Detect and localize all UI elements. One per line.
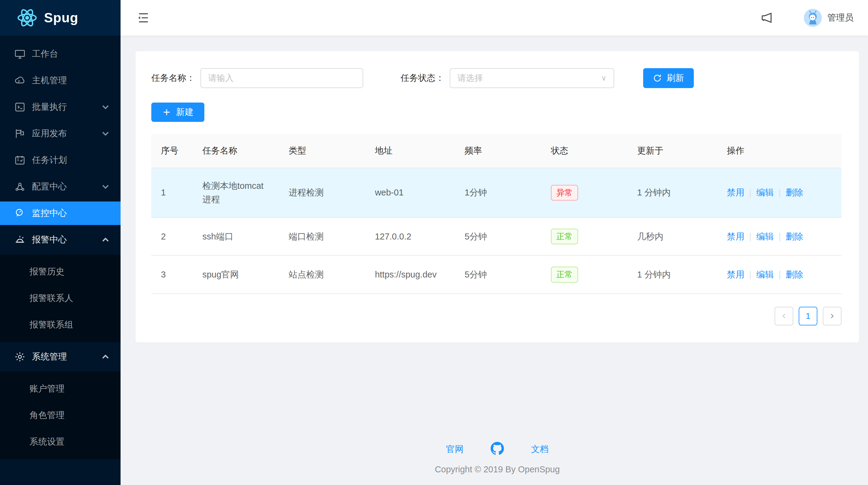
col-header-type[interactable]: 类型 [279, 134, 365, 168]
sidebar-item-label: 报警中心 [32, 234, 93, 246]
sidebar-item-label: 主机管理 [32, 75, 111, 87]
sidebar-item-label: 监控中心 [32, 207, 111, 219]
cell-updated: 1 分钟内 [627, 168, 717, 218]
col-header-address[interactable]: 地址 [365, 134, 455, 168]
chevron-down-icon [100, 102, 111, 113]
delete-link[interactable]: 删除 [786, 269, 803, 279]
table-row[interactable]: 1 检测本地tomcat进程 进程检测 web-01 1分钟 异常 1 分钟内 … [151, 168, 841, 218]
disable-link[interactable]: 禁用 [727, 188, 744, 197]
sidebar-item-label: 系统管理 [32, 351, 93, 363]
task-status-select[interactable]: 请选择 ∨ [450, 68, 614, 88]
github-link[interactable] [491, 442, 504, 457]
disable-link[interactable]: 禁用 [727, 232, 744, 241]
col-header-status[interactable]: 状态 [541, 134, 627, 168]
sidebar-item-system-management[interactable]: 系统管理 [0, 345, 121, 369]
col-header-seq[interactable]: 序号 [151, 134, 193, 168]
app-title: Spug [44, 10, 79, 25]
col-header-name[interactable]: 任务名称 [193, 134, 279, 168]
cell-type: 进程检测 [279, 168, 365, 218]
chevron-right-icon [828, 312, 836, 320]
desktop-icon [14, 49, 25, 59]
main-area: 管理员 任务名称： 任务状态： 请选择 ∨ 刷新 新建 [121, 0, 868, 485]
sidebar-item-alarm-contacts[interactable]: 报警联系人 [0, 287, 121, 310]
sidebar-item-alarm-groups[interactable]: 报警联系组 [0, 313, 121, 337]
action-separator: | [778, 188, 781, 197]
cell-seq: 2 [151, 218, 193, 256]
alert-icon [14, 234, 25, 245]
docs-link[interactable]: 文档 [531, 444, 549, 455]
select-chevron-down-icon: ∨ [601, 74, 607, 82]
action-separator: | [749, 269, 752, 279]
task-name-input[interactable] [200, 68, 363, 88]
sidebar-item-label: 配置中心 [32, 181, 93, 193]
cell-address: https://spug.dev [365, 255, 455, 294]
copyright-text: Copyright © 2019 By OpenSpug [135, 464, 859, 475]
sidebar-item-system-settings[interactable]: 系统设置 [0, 430, 121, 454]
delete-link[interactable]: 删除 [786, 232, 803, 241]
sidebar-item-alarm-center[interactable]: 报警中心 [0, 228, 121, 252]
official-site-link[interactable]: 官网 [446, 444, 464, 455]
edit-link[interactable]: 编辑 [756, 232, 774, 241]
submenu-item-label: 报警历史 [30, 266, 64, 278]
footer-links: 官网 文档 [135, 442, 859, 457]
table-row[interactable]: 3 spug官网 站点检测 https://spug.dev 5分钟 正常 1 … [151, 255, 841, 294]
alarm-center-submenu: 报警历史 报警联系人 报警联系组 [0, 255, 121, 342]
sidebar-item-alarm-history[interactable]: 报警历史 [0, 260, 121, 284]
reload-icon [653, 74, 662, 83]
task-status-label: 任务状态： [401, 72, 444, 84]
table-header-row: 序号 任务名称 类型 地址 频率 状态 更新于 操作 [151, 134, 841, 168]
cell-type: 端口检测 [279, 218, 365, 256]
task-status-placeholder: 请选择 [458, 73, 483, 84]
status-badge: 正常 [551, 229, 578, 245]
col-header-frequency[interactable]: 频率 [455, 134, 541, 168]
pagination-next-button[interactable] [823, 307, 841, 325]
sidebar-item-label: 任务计划 [32, 154, 111, 166]
status-badge: 正常 [551, 267, 578, 283]
cell-updated: 1 分钟内 [627, 255, 717, 294]
col-header-actions[interactable]: 操作 [717, 134, 841, 168]
chevron-up-icon [100, 351, 111, 362]
sidebar-item-label: 批量执行 [32, 101, 93, 113]
edit-link[interactable]: 编辑 [756, 269, 774, 279]
col-header-updated[interactable]: 更新于 [627, 134, 717, 168]
github-icon [491, 442, 504, 455]
sidebar-item-task-schedule[interactable]: 任务计划 [0, 148, 121, 172]
submenu-item-label: 角色管理 [30, 409, 64, 421]
sidebar-item-label: 工作台 [32, 48, 111, 60]
filter-row: 任务名称： 任务状态： 请选择 ∨ 刷新 [151, 68, 841, 88]
user-menu[interactable]: 管理员 [804, 9, 854, 27]
delete-link[interactable]: 删除 [786, 188, 803, 197]
notification-button[interactable] [759, 10, 775, 26]
code-icon [14, 102, 25, 113]
pagination-page-1[interactable]: 1 [799, 307, 817, 325]
user-name: 管理员 [827, 12, 854, 24]
menu-fold-button[interactable] [136, 10, 151, 25]
sidebar-item-account-management[interactable]: 账户管理 [0, 377, 121, 401]
cell-seq: 3 [151, 255, 193, 294]
app-logo[interactable]: Spug [0, 0, 121, 36]
action-separator: | [778, 232, 781, 241]
schedule-icon [14, 155, 25, 166]
cell-seq: 1 [151, 168, 193, 218]
task-table: 序号 任务名称 类型 地址 频率 状态 更新于 操作 1 检测本地tomcat进… [151, 134, 841, 294]
sidebar-item-batch-exec[interactable]: 批量执行 [0, 95, 121, 119]
cell-name: spug官网 [193, 255, 279, 294]
submenu-item-label: 系统设置 [30, 436, 64, 448]
pagination-prev-button[interactable] [775, 307, 793, 325]
sidebar: Spug 工作台 主机管理 批量执行 应用发布 任务计划 配置中心 [0, 0, 121, 485]
sidebar-item-hosts[interactable]: 主机管理 [0, 69, 121, 92]
edit-link[interactable]: 编辑 [756, 188, 774, 197]
refresh-button[interactable]: 刷新 [643, 68, 694, 88]
sidebar-item-workbench[interactable]: 工作台 [0, 42, 121, 66]
table-row[interactable]: 2 ssh端口 端口检测 127.0.0.2 5分钟 正常 几秒内 禁用|编辑|… [151, 218, 841, 256]
menu-fold-icon [137, 11, 150, 24]
new-task-label: 新建 [176, 106, 193, 118]
system-management-submenu: 账户管理 角色管理 系统设置 [0, 372, 121, 459]
sidebar-item-app-release[interactable]: 应用发布 [0, 122, 121, 145]
cell-frequency: 5分钟 [455, 218, 541, 256]
new-task-button[interactable]: 新建 [151, 103, 204, 122]
sidebar-item-role-management[interactable]: 角色管理 [0, 404, 121, 427]
sidebar-item-monitor-center[interactable]: 监控中心 [0, 201, 121, 225]
disable-link[interactable]: 禁用 [727, 269, 744, 279]
sidebar-item-config-center[interactable]: 配置中心 [0, 175, 121, 198]
